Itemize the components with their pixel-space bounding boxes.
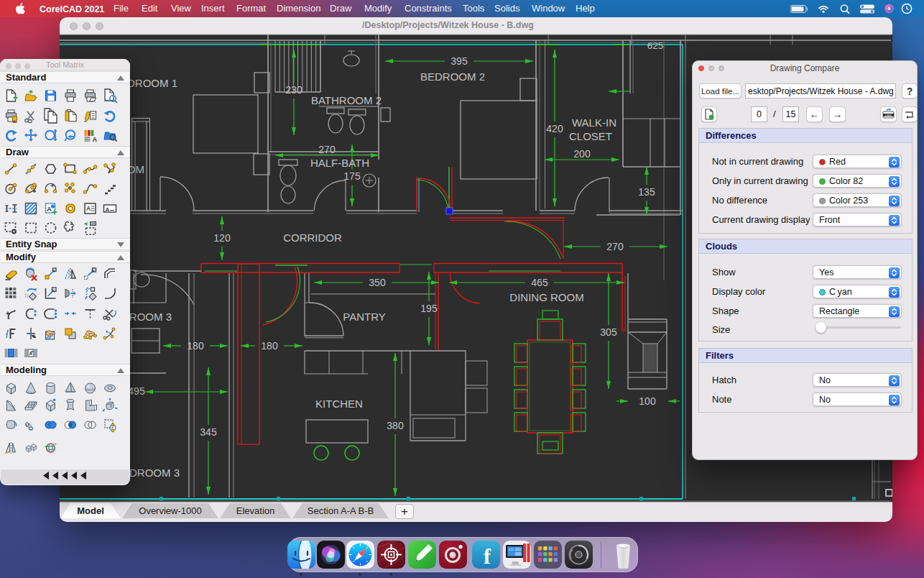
svg-text:A: A — [86, 205, 91, 212]
svg-text:135: 135 — [638, 186, 655, 198]
svg-text:270: 270 — [318, 144, 336, 155]
svg-text:CLOSET: CLOSET — [569, 130, 612, 142]
svg-text:CORRIDOR: CORRIDOR — [283, 231, 342, 244]
svg-text:350: 350 — [369, 277, 386, 288]
svg-text:DINING ROOM: DINING ROOM — [509, 291, 583, 303]
svg-text:200: 200 — [573, 148, 591, 160]
svg-text:BEDROOM 2: BEDROOM 2 — [420, 70, 485, 83]
svg-text:395: 395 — [451, 55, 468, 67]
svg-text:100: 100 — [639, 395, 656, 407]
svg-text:270: 270 — [606, 241, 624, 252]
svg-text:180: 180 — [187, 340, 204, 352]
svg-text:120: 120 — [213, 232, 231, 244]
svg-text:KITCHEN: KITCHEN — [315, 398, 363, 410]
svg-text:345: 345 — [200, 426, 217, 438]
svg-text:175: 175 — [343, 170, 361, 182]
svg-text:HALF-BATH: HALF-BATH — [310, 157, 369, 169]
svg-text:465: 465 — [531, 277, 548, 288]
svg-text:305: 305 — [600, 326, 617, 338]
svg-text:DWG: DWG — [885, 114, 892, 117]
svg-text:A: A — [106, 206, 110, 213]
svg-text:625: 625 — [647, 40, 664, 51]
svg-text:A: A — [93, 136, 98, 143]
svg-text:380: 380 — [387, 420, 404, 431]
svg-text:420: 420 — [546, 123, 563, 134]
svg-text:195: 195 — [420, 303, 438, 314]
svg-text:180: 180 — [261, 340, 278, 352]
svg-text:BATHROOM 2: BATHROOM 2 — [311, 94, 382, 106]
svg-text:f: f — [484, 544, 491, 568]
svg-text:495: 495 — [128, 385, 145, 397]
svg-text:WALK-IN: WALK-IN — [572, 116, 616, 129]
svg-text:A: A — [47, 205, 52, 213]
svg-text:PANTRY: PANTRY — [343, 311, 385, 323]
svg-text:230: 230 — [285, 84, 302, 96]
